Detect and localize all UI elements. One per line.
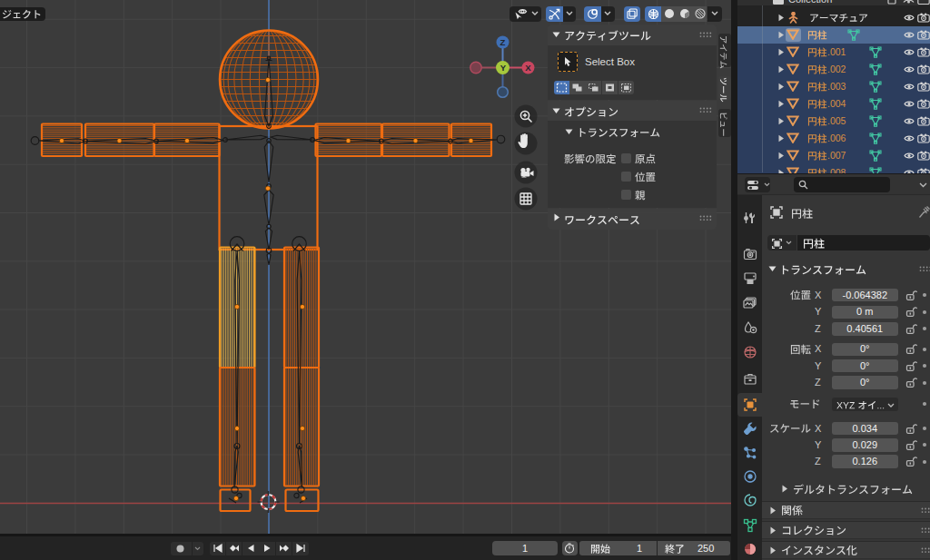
- svg-text:X: X: [525, 63, 531, 73]
- svg-text:Z: Z: [500, 37, 506, 47]
- svg-text:Y: Y: [500, 63, 507, 73]
